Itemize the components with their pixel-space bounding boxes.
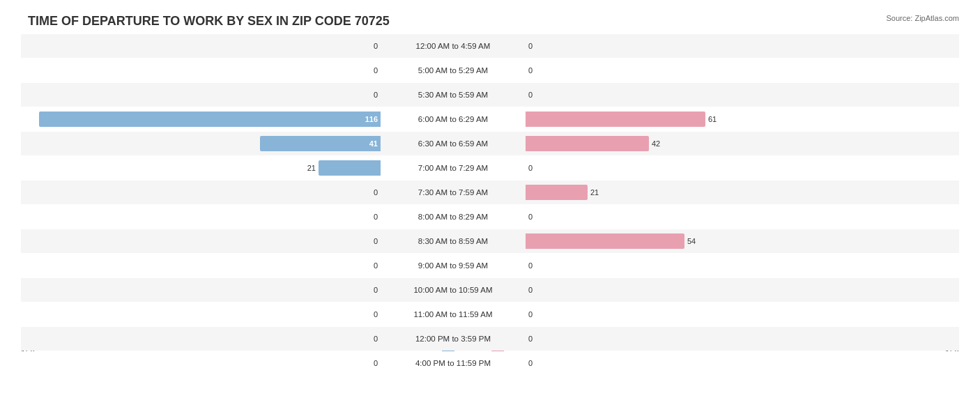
- female-value-zero: 0: [528, 359, 533, 367]
- left-section: 0: [21, 310, 383, 319]
- left-section: 0: [21, 237, 383, 245]
- right-section: 0: [523, 213, 885, 221]
- male-value-outside: 21: [307, 164, 316, 172]
- bar-female: [526, 233, 684, 249]
- female-value-zero: 0: [528, 261, 533, 270]
- source-text: Source: ZipAtlas.com: [886, 14, 959, 22]
- table-row: 010:00 AM to 10:59 AM0: [21, 278, 959, 302]
- bar-female: [526, 136, 649, 151]
- female-value-outside: 61: [708, 115, 717, 123]
- bar-female: [526, 112, 705, 127]
- right-section: 0: [523, 261, 885, 270]
- time-label: 5:00 AM to 5:29 AM: [383, 66, 523, 75]
- male-value-zero: 0: [374, 237, 378, 245]
- male-value-zero: 0: [374, 335, 378, 343]
- left-section: 0: [21, 213, 383, 221]
- time-label: 10:00 AM to 10:59 AM: [383, 286, 523, 294]
- male-value: 41: [369, 139, 381, 148]
- table-row: 012:00 AM to 4:59 AM0: [21, 34, 959, 58]
- female-value-outside: 42: [652, 139, 660, 148]
- female-value-outside: 21: [590, 188, 599, 197]
- male-value-zero: 0: [374, 91, 378, 99]
- left-section: 0: [21, 335, 383, 343]
- right-section: 0: [523, 286, 885, 294]
- chart-container: TIME OF DEPARTURE TO WORK BY SEX IN ZIP …: [0, 0, 980, 414]
- table-row: 05:30 AM to 5:59 AM0: [21, 83, 959, 107]
- male-value-zero: 0: [374, 359, 378, 367]
- right-section: 21: [523, 185, 885, 200]
- right-section: 0: [523, 91, 885, 99]
- female-value-zero: 0: [528, 310, 533, 319]
- female-value-zero: 0: [528, 286, 533, 294]
- bar-female: [526, 185, 588, 200]
- time-label: 11:00 AM to 11:59 AM: [383, 310, 523, 319]
- left-section: 41: [21, 136, 383, 151]
- table-row: 1166:00 AM to 6:29 AM61: [21, 107, 959, 131]
- left-section: 0: [21, 261, 383, 270]
- female-value-zero: 0: [528, 335, 533, 343]
- right-section: 61: [523, 112, 885, 127]
- chart-title: TIME OF DEPARTURE TO WORK BY SEX IN ZIP …: [21, 14, 959, 29]
- left-section: 21: [21, 160, 383, 176]
- left-section: 0: [21, 188, 383, 197]
- female-value-zero: 0: [528, 42, 533, 50]
- male-value-zero: 0: [374, 213, 378, 221]
- male-value: 116: [365, 115, 381, 123]
- table-row: 011:00 AM to 11:59 AM0: [21, 302, 959, 326]
- table-row: 05:00 AM to 5:29 AM0: [21, 59, 959, 82]
- time-label: 9:00 AM to 9:59 AM: [383, 261, 523, 270]
- time-label: 12:00 AM to 4:59 AM: [383, 42, 523, 50]
- time-label: 4:00 PM to 11:59 PM: [383, 359, 523, 367]
- male-value-zero: 0: [374, 310, 378, 319]
- male-value-zero: 0: [374, 261, 378, 270]
- time-label: 6:30 AM to 6:59 AM: [383, 139, 523, 148]
- bar-male: 116: [39, 112, 381, 127]
- table-row: 012:00 PM to 3:59 PM0: [21, 327, 959, 351]
- male-value-zero: 0: [374, 286, 378, 294]
- left-section: 0: [21, 42, 383, 50]
- table-row: 07:30 AM to 7:59 AM21: [21, 181, 959, 204]
- male-value-zero: 0: [374, 42, 378, 50]
- table-row: 416:30 AM to 6:59 AM42: [21, 132, 959, 155]
- female-value-zero: 0: [528, 164, 533, 172]
- male-value-zero: 0: [374, 66, 378, 75]
- time-label: 8:30 AM to 8:59 AM: [383, 237, 523, 245]
- time-label: 7:30 AM to 7:59 AM: [383, 188, 523, 197]
- time-label: 6:00 AM to 6:29 AM: [383, 115, 523, 123]
- left-section: 0: [21, 66, 383, 75]
- time-label: 12:00 PM to 3:59 PM: [383, 335, 523, 343]
- left-section: 0: [21, 286, 383, 294]
- table-row: 09:00 AM to 9:59 AM0: [21, 254, 959, 277]
- chart-area: 012:00 AM to 4:59 AM005:00 AM to 5:29 AM…: [21, 34, 959, 344]
- female-value-zero: 0: [528, 213, 533, 221]
- bar-male: 41: [260, 136, 381, 151]
- right-section: 0: [523, 359, 885, 367]
- time-label: 7:00 AM to 7:29 AM: [383, 164, 523, 172]
- left-section: 0: [21, 359, 383, 367]
- right-section: 0: [523, 335, 885, 343]
- right-section: 0: [523, 42, 885, 50]
- female-value-zero: 0: [528, 91, 533, 99]
- female-value-outside: 54: [687, 237, 696, 245]
- left-section: 116: [21, 112, 383, 127]
- table-row: 217:00 AM to 7:29 AM0: [21, 156, 959, 180]
- right-section: 54: [523, 233, 885, 249]
- right-section: 0: [523, 310, 885, 319]
- table-row: 08:00 AM to 8:29 AM0: [21, 205, 959, 229]
- table-row: 08:30 AM to 8:59 AM54: [21, 229, 959, 253]
- bar-male: [319, 160, 381, 176]
- table-row: 04:00 PM to 11:59 PM0: [21, 351, 959, 375]
- female-value-zero: 0: [528, 66, 533, 75]
- time-label: 5:30 AM to 5:59 AM: [383, 91, 523, 99]
- right-section: 0: [523, 164, 885, 172]
- left-section: 0: [21, 91, 383, 99]
- time-label: 8:00 AM to 8:29 AM: [383, 213, 523, 221]
- male-value-zero: 0: [374, 188, 378, 197]
- right-section: 42: [523, 136, 885, 151]
- right-section: 0: [523, 66, 885, 75]
